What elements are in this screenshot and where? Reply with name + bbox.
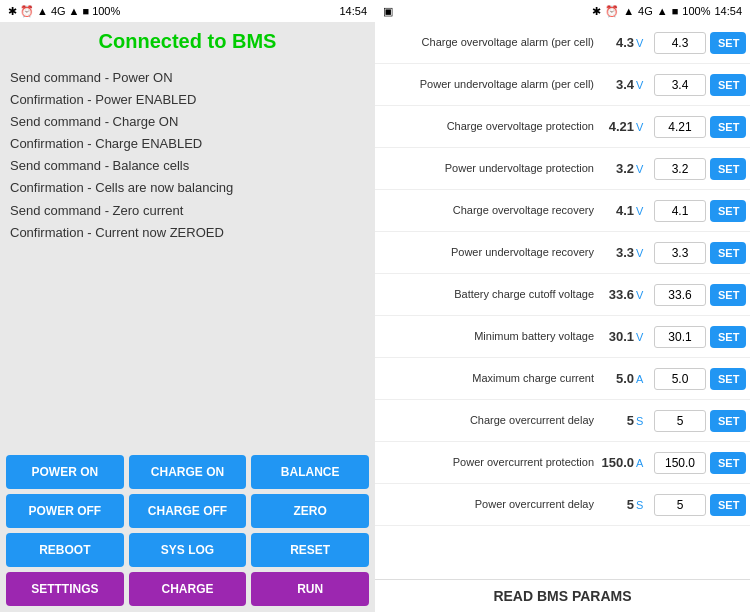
action-button-reset[interactable]: RESET bbox=[251, 533, 369, 567]
alarm-icon-right: ⏰ bbox=[605, 5, 619, 18]
action-button-charge[interactable]: CHARGE bbox=[129, 572, 247, 606]
right-status-bar: ▣ ✱ ⏰ ▲ 4G ▲ ■ 100% 14:54 bbox=[375, 0, 750, 22]
param-input[interactable] bbox=[654, 368, 706, 390]
param-row: Power undervoltage recovery3.3VSET bbox=[375, 232, 750, 274]
left-status-icons: ✱ ⏰ ▲ 4G ▲ ■ 100% bbox=[8, 5, 120, 18]
time-left: 14:54 bbox=[339, 5, 367, 17]
param-unit: V bbox=[636, 247, 650, 259]
param-name: Minimum battery voltage bbox=[379, 329, 598, 343]
set-button[interactable]: SET bbox=[710, 74, 746, 96]
param-name: Charge overvoltage protection bbox=[379, 119, 598, 133]
network-label: 4G bbox=[51, 5, 66, 17]
action-button-power-off[interactable]: POWER OFF bbox=[6, 494, 124, 528]
set-button[interactable]: SET bbox=[710, 284, 746, 306]
action-button-setttings[interactable]: SETTTINGS bbox=[6, 572, 124, 606]
param-input[interactable] bbox=[654, 74, 706, 96]
params-list: Charge overvoltage alarm (per cell)4.3VS… bbox=[375, 22, 750, 579]
param-unit: V bbox=[636, 121, 650, 133]
param-value: 5 bbox=[598, 497, 636, 512]
bluetooth-icon: ✱ bbox=[8, 5, 17, 18]
signal-icon: ▲ bbox=[37, 5, 48, 17]
param-row: Maximum charge current5.0ASET bbox=[375, 358, 750, 400]
param-row: Charge overcurrent delay5SSET bbox=[375, 400, 750, 442]
param-unit: V bbox=[636, 79, 650, 91]
param-name: Power overcurrent protection bbox=[379, 455, 598, 469]
alarm-icon: ⏰ bbox=[20, 5, 34, 18]
param-value: 3.4 bbox=[598, 77, 636, 92]
battery-icon-right: ■ bbox=[672, 5, 679, 17]
set-button[interactable]: SET bbox=[710, 326, 746, 348]
param-name: Power undervoltage alarm (per cell) bbox=[379, 77, 598, 91]
param-name: Power undervoltage protection bbox=[379, 161, 598, 175]
right-status-right: ✱ ⏰ ▲ 4G ▲ ■ 100% 14:54 bbox=[592, 5, 742, 18]
param-value: 4.21 bbox=[598, 119, 636, 134]
battery-icon: ■ bbox=[82, 5, 89, 17]
log-item: Send command - Balance cells bbox=[10, 155, 365, 177]
param-input[interactable] bbox=[654, 158, 706, 180]
action-button-zero[interactable]: ZERO bbox=[251, 494, 369, 528]
param-input[interactable] bbox=[654, 200, 706, 222]
param-value: 5.0 bbox=[598, 371, 636, 386]
param-name: Maximum charge current bbox=[379, 371, 598, 385]
param-value: 5 bbox=[598, 413, 636, 428]
param-row: Power overcurrent delay5SSET bbox=[375, 484, 750, 526]
param-row: Battery charge cutoff voltage33.6VSET bbox=[375, 274, 750, 316]
param-unit: V bbox=[636, 289, 650, 301]
param-value: 150.0 bbox=[598, 455, 636, 470]
param-input[interactable] bbox=[654, 32, 706, 54]
set-button[interactable]: SET bbox=[710, 32, 746, 54]
log-item: Confirmation - Current now ZEROED bbox=[10, 222, 365, 244]
param-value: 4.3 bbox=[598, 35, 636, 50]
network-label-right: 4G bbox=[638, 5, 653, 17]
action-button-balance[interactable]: BALANCE bbox=[251, 455, 369, 489]
param-value: 3.3 bbox=[598, 245, 636, 260]
param-value: 30.1 bbox=[598, 329, 636, 344]
right-panel: ▣ ✱ ⏰ ▲ 4G ▲ ■ 100% 14:54 Charge overvol… bbox=[375, 0, 750, 612]
param-input[interactable] bbox=[654, 284, 706, 306]
left-status-time: 14:54 bbox=[339, 5, 367, 17]
param-unit: A bbox=[636, 457, 650, 469]
read-bms-button[interactable]: READ BMS PARAMS bbox=[375, 579, 750, 612]
param-row: Power undervoltage alarm (per cell)3.4VS… bbox=[375, 64, 750, 106]
set-button[interactable]: SET bbox=[710, 200, 746, 222]
set-button[interactable]: SET bbox=[710, 410, 746, 432]
param-name: Charge overvoltage alarm (per cell) bbox=[379, 35, 598, 49]
action-button-charge-on[interactable]: CHARGE ON bbox=[129, 455, 247, 489]
log-item: Send command - Zero current bbox=[10, 200, 365, 222]
action-button-charge-off[interactable]: CHARGE OFF bbox=[129, 494, 247, 528]
param-name: Charge overvoltage recovery bbox=[379, 203, 598, 217]
battery-percent-left: 100% bbox=[92, 5, 120, 17]
param-input[interactable] bbox=[654, 452, 706, 474]
right-status-icons: ▣ bbox=[383, 5, 393, 18]
set-button[interactable]: SET bbox=[710, 368, 746, 390]
param-unit: V bbox=[636, 37, 650, 49]
param-value: 4.1 bbox=[598, 203, 636, 218]
set-button[interactable]: SET bbox=[710, 452, 746, 474]
param-input[interactable] bbox=[654, 116, 706, 138]
left-panel: ✱ ⏰ ▲ 4G ▲ ■ 100% 14:54 Connected to BMS… bbox=[0, 0, 375, 612]
action-button-power-on[interactable]: POWER ON bbox=[6, 455, 124, 489]
set-button[interactable]: SET bbox=[710, 158, 746, 180]
set-button[interactable]: SET bbox=[710, 494, 746, 516]
param-unit: S bbox=[636, 499, 650, 511]
wifi-icon-right: ▲ bbox=[657, 5, 668, 17]
set-button[interactable]: SET bbox=[710, 116, 746, 138]
param-input[interactable] bbox=[654, 242, 706, 264]
action-button-sys-log[interactable]: SYS LOG bbox=[129, 533, 247, 567]
param-input[interactable] bbox=[654, 326, 706, 348]
param-row: Power overcurrent protection150.0ASET bbox=[375, 442, 750, 484]
param-row: Charge overvoltage protection4.21VSET bbox=[375, 106, 750, 148]
param-row: Charge overvoltage recovery4.1VSET bbox=[375, 190, 750, 232]
param-input[interactable] bbox=[654, 410, 706, 432]
param-input[interactable] bbox=[654, 494, 706, 516]
bluetooth-icon-right: ✱ bbox=[592, 5, 601, 18]
param-unit: A bbox=[636, 373, 650, 385]
param-row: Charge overvoltage alarm (per cell)4.3VS… bbox=[375, 22, 750, 64]
set-button[interactable]: SET bbox=[710, 242, 746, 264]
param-name: Power overcurrent delay bbox=[379, 497, 598, 511]
action-button-run[interactable]: RUN bbox=[251, 572, 369, 606]
log-item: Send command - Charge ON bbox=[10, 111, 365, 133]
log-item: Confirmation - Charge ENABLED bbox=[10, 133, 365, 155]
action-button-reboot[interactable]: REBOOT bbox=[6, 533, 124, 567]
param-row: Minimum battery voltage30.1VSET bbox=[375, 316, 750, 358]
